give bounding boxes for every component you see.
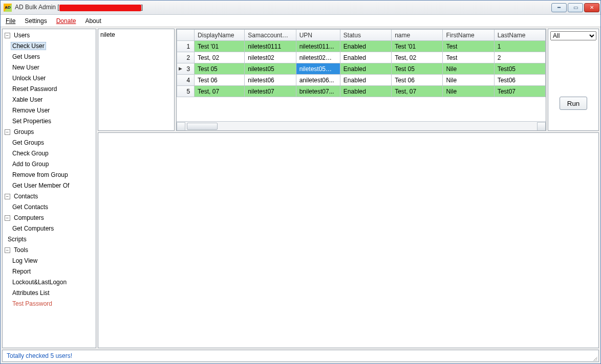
tree-get-computers[interactable]: Get Computers [11, 225, 55, 232]
table-row[interactable]: 2Test, 02niletest02niletest02@...Enabled… [177, 52, 546, 63]
tree-remove-user[interactable]: Remove User [11, 107, 51, 114]
tree-reset-password[interactable]: Reset Password [11, 85, 58, 93]
column-header[interactable]: name [392, 30, 443, 41]
results-grid[interactable]: DisplayNameSamaccountNameUPNStatusnameFi… [176, 29, 546, 131]
grid-cell[interactable]: niletest07 [245, 86, 296, 97]
grid-cell[interactable]: niletest0111 [245, 41, 296, 52]
nav-tree[interactable]: −Users Check User Get Users New User Unl… [2, 29, 96, 348]
tree-add-to-group[interactable]: Add to Group [11, 161, 50, 168]
grid-cell[interactable]: Nile [443, 75, 494, 86]
table-row[interactable]: 4Test 06niletest06aniletest06...EnabledT… [177, 75, 546, 86]
minimize-button[interactable]: ━ [551, 3, 567, 12]
grid-cell[interactable]: 1 [494, 41, 545, 52]
collapse-icon[interactable]: − [5, 194, 10, 199]
grid-cell[interactable]: Test, 02 [392, 52, 443, 63]
tree-check-user[interactable]: Check User [11, 42, 46, 50]
tree-computers[interactable]: Computers [12, 214, 46, 221]
grid-cell[interactable]: niletest05@... [296, 63, 340, 75]
table-row[interactable]: 1Test '01niletest0111niletest011...Enabl… [177, 41, 546, 52]
status-bar: Totally checked 5 users! [2, 350, 599, 362]
grid-cell[interactable]: Test, 07 [195, 86, 245, 97]
tree-remove-from-group[interactable]: Remove from Group [11, 171, 70, 178]
row-header[interactable]: 2 [177, 52, 195, 63]
column-header[interactable]: SamaccountName [245, 30, 296, 41]
maximize-button[interactable]: ▭ [568, 3, 583, 12]
tree-unlock-user[interactable]: Unlock User [11, 75, 47, 82]
tree-set-properties[interactable]: Set Properties [11, 118, 53, 125]
grid-cell[interactable]: Enabled [340, 75, 391, 86]
table-row[interactable]: 5Test, 07niletest07bniletest07...Enabled… [177, 86, 546, 97]
grid-cell[interactable]: niletest02 [245, 52, 296, 63]
grid-cell[interactable]: Test 06 [392, 75, 443, 86]
grid-cell[interactable]: 2 [494, 52, 545, 63]
tree-get-contacts[interactable]: Get Contacts [11, 203, 50, 211]
close-button[interactable]: ✕ [584, 3, 599, 12]
grid-cell[interactable]: Enabled [340, 52, 391, 63]
collapse-icon[interactable]: − [5, 129, 10, 135]
grid-cell[interactable]: Test [443, 52, 494, 63]
menu-about[interactable]: About [85, 17, 101, 25]
grid-cell[interactable]: Test07 [494, 86, 545, 97]
grid-cell[interactable]: Test '01 [195, 41, 245, 52]
tree-xable-user[interactable]: Xable User [11, 96, 44, 103]
row-header[interactable]: 4 [177, 75, 195, 86]
scroll-thumb[interactable] [187, 123, 218, 130]
bulk-input[interactable] [98, 29, 174, 130]
grid-cell[interactable]: Test, 07 [392, 86, 443, 97]
grid-cell[interactable]: Enabled [340, 41, 391, 52]
menu-file[interactable]: File [6, 17, 15, 25]
grid-cell[interactable]: Test 05 [392, 63, 443, 75]
tree-get-groups[interactable]: Get Groups [11, 139, 46, 146]
grid-cell[interactable]: Nile [443, 86, 494, 97]
tree-get-users[interactable]: Get Users [11, 53, 41, 60]
grid-cell[interactable]: Test05 [494, 63, 545, 75]
grid-cell[interactable]: aniletest06... [296, 75, 340, 86]
tree-tools[interactable]: Tools [12, 246, 30, 254]
tree-report[interactable]: Report [11, 268, 32, 275]
horizontal-scrollbar[interactable] [177, 121, 546, 130]
menu-settings[interactable]: Settings [25, 17, 47, 25]
grid-cell[interactable]: Test 06 [195, 75, 245, 86]
tree-scripts[interactable]: Scripts [6, 236, 28, 243]
grid-cell[interactable]: niletest011... [296, 41, 340, 52]
menu-donate[interactable]: Donate [56, 17, 76, 25]
tree-lockout-lastlogon[interactable]: Lockout&LastLogon [11, 279, 68, 286]
resize-grip-icon[interactable] [590, 354, 597, 361]
tree-contacts[interactable]: Contacts [12, 193, 39, 200]
tree-groups[interactable]: Groups [12, 128, 35, 135]
tree-log-view[interactable]: Log View [11, 257, 39, 264]
grid-cell[interactable]: niletest02@... [296, 52, 340, 63]
grid-cell[interactable]: Test [443, 41, 494, 52]
column-header[interactable]: Status [340, 30, 391, 41]
tree-users[interactable]: Users [12, 32, 31, 39]
row-header[interactable]: 5 [177, 86, 195, 97]
grid-cell[interactable]: Test 05 [195, 63, 245, 75]
grid-cell[interactable]: niletest05 [245, 63, 296, 75]
tree-check-group[interactable]: Check Group [11, 150, 50, 157]
collapse-icon[interactable]: − [5, 247, 10, 253]
tree-test-password[interactable]: Test Password [11, 300, 54, 307]
grid-cell[interactable]: Test, 02 [195, 52, 245, 63]
grid-cell[interactable]: Enabled [340, 86, 391, 97]
column-header[interactable]: UPN [296, 30, 340, 41]
collapse-icon[interactable]: − [5, 33, 10, 38]
column-header[interactable]: FirstName [443, 30, 494, 41]
filter-select[interactable]: All [550, 31, 596, 40]
titlebar[interactable]: AD AD Bulk Admin [] ━ ▭ ✕ [1, 1, 600, 15]
run-button[interactable]: Run [560, 97, 587, 110]
tree-get-user-member-of[interactable]: Get User Member Of [11, 182, 71, 189]
tree-attributes-list[interactable]: Attributes List [11, 289, 51, 297]
grid-cell[interactable]: bniletest07... [296, 86, 340, 97]
table-row[interactable]: ▶3Test 05niletest05niletest05@...Enabled… [177, 63, 546, 75]
tree-new-user[interactable]: New User [11, 64, 41, 71]
column-header[interactable]: LastName [494, 30, 545, 41]
collapse-icon[interactable]: − [5, 215, 10, 221]
row-header[interactable]: ▶3 [177, 63, 195, 75]
grid-cell[interactable]: niletest06 [245, 75, 296, 86]
grid-cell[interactable]: Enabled [340, 63, 391, 75]
row-header[interactable]: 1 [177, 41, 195, 52]
grid-cell[interactable]: Nile [443, 63, 494, 75]
grid-cell[interactable]: Test06 [494, 75, 545, 86]
column-header[interactable]: DisplayName [195, 30, 245, 41]
grid-cell[interactable]: Test '01 [392, 41, 443, 52]
